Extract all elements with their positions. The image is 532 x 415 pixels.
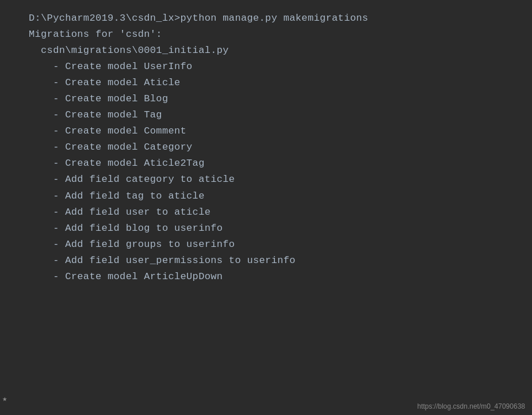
terminal-line: - Create model Category	[29, 139, 520, 155]
favorites-star-icon[interactable]: ★	[2, 394, 7, 403]
terminal-container: D:\Pycharm2019.3\csdn_lx>python manage.p…	[0, 0, 532, 415]
terminal-output: D:\Pycharm2019.3\csdn_lx>python manage.p…	[29, 10, 520, 285]
terminal-line: - Create model ArticleUpDown	[29, 269, 520, 285]
terminal-line: - Add field groups to userinfo	[29, 237, 520, 253]
footer-link[interactable]: https://blog.csdn.net/m0_47090638	[418, 402, 525, 410]
terminal-line: - Add field category to aticle	[29, 172, 520, 188]
terminal-line: - Create model Blog	[29, 91, 520, 107]
terminal-line: - Add field blog to userinfo	[29, 220, 520, 237]
terminal-line: - Create model Comment	[29, 123, 520, 139]
terminal-line: - Add field user to aticle	[29, 204, 520, 220]
terminal-line: csdn\migrations\0001_initial.py	[29, 43, 520, 59]
terminal-line: Migrations for 'csdn':	[29, 26, 520, 43]
terminal-line: - Add field tag to aticle	[29, 188, 520, 204]
terminal-line: - Add field user_permissions to userinfo	[29, 253, 520, 269]
terminal-line: - Create model Tag	[29, 107, 520, 123]
terminal-line: D:\Pycharm2019.3\csdn_lx>python manage.p…	[29, 10, 520, 26]
terminal-line: - Create model UserInfo	[29, 59, 520, 75]
terminal-line: - Create model Aticle	[29, 75, 520, 91]
terminal-line: - Create model Aticle2Tag	[29, 155, 520, 172]
